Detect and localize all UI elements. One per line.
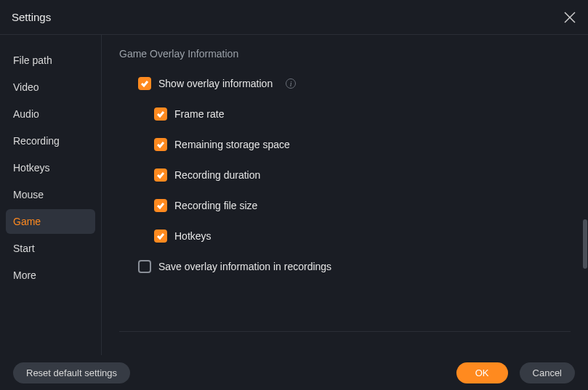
option-hotkeys: Hotkeys xyxy=(154,229,571,243)
sidebar: File path Video Audio Recording Hotkeys … xyxy=(0,35,102,355)
sidebar-item-more[interactable]: More xyxy=(6,263,95,288)
option-show-overlay: Show overlay information i xyxy=(138,77,571,90)
main-area: File path Video Audio Recording Hotkeys … xyxy=(0,35,588,355)
label-remaining-storage: Remaining storage space xyxy=(174,139,290,150)
check-icon xyxy=(140,79,149,88)
check-icon xyxy=(156,110,165,118)
section-title: Game Overlay Information xyxy=(119,48,571,60)
option-recording-file-size: Recording file size xyxy=(154,199,571,212)
scrollbar-thumb[interactable] xyxy=(583,219,587,269)
option-recording-duration: Recording duration xyxy=(154,168,571,182)
sidebar-item-video[interactable]: Video xyxy=(6,75,95,99)
titlebar: Settings xyxy=(0,0,588,35)
reset-button[interactable]: Reset default settings xyxy=(13,362,130,383)
sidebar-item-audio[interactable]: Audio xyxy=(6,102,95,126)
sidebar-item-start[interactable]: Start xyxy=(6,236,95,261)
ok-button[interactable]: OK xyxy=(456,362,508,383)
checkbox-recording-file-size[interactable] xyxy=(154,199,167,212)
label-frame-rate: Frame rate xyxy=(174,108,224,120)
divider xyxy=(119,331,571,332)
checkbox-recording-duration[interactable] xyxy=(154,168,167,182)
content-panel: Game Overlay Information Show overlay in… xyxy=(102,35,588,355)
option-save-overlay: Save overlay information in recordings xyxy=(138,260,571,273)
check-icon xyxy=(156,232,165,240)
sidebar-item-game[interactable]: Game xyxy=(6,209,95,234)
label-hotkeys: Hotkeys xyxy=(174,230,212,242)
close-icon[interactable] xyxy=(563,11,576,24)
check-icon xyxy=(156,201,165,210)
check-icon xyxy=(156,171,165,179)
label-save-overlay: Save overlay information in recordings xyxy=(158,261,331,272)
label-show-overlay: Show overlay information xyxy=(158,78,273,89)
window-title: Settings xyxy=(12,11,51,23)
sidebar-item-hotkeys[interactable]: Hotkeys xyxy=(6,155,95,180)
sidebar-item-recording[interactable]: Recording xyxy=(6,129,95,153)
option-remaining-storage: Remaining storage space xyxy=(154,138,571,151)
checkbox-hotkeys[interactable] xyxy=(154,229,167,243)
label-recording-duration: Recording duration xyxy=(174,169,260,181)
checkbox-frame-rate[interactable] xyxy=(154,107,167,121)
checkbox-remaining-storage[interactable] xyxy=(154,138,167,151)
sidebar-item-mouse[interactable]: Mouse xyxy=(6,182,95,207)
checkbox-save-overlay[interactable] xyxy=(138,260,151,273)
footer: Reset default settings OK Cancel xyxy=(0,355,588,390)
sidebar-item-file-path[interactable]: File path xyxy=(6,48,95,73)
label-recording-file-size: Recording file size xyxy=(174,200,257,211)
option-frame-rate: Frame rate xyxy=(154,107,571,121)
check-icon xyxy=(156,140,165,149)
cancel-button[interactable]: Cancel xyxy=(520,362,575,383)
checkbox-show-overlay[interactable] xyxy=(138,77,151,90)
footer-right: OK Cancel xyxy=(456,362,575,383)
info-icon[interactable]: i xyxy=(286,78,296,89)
